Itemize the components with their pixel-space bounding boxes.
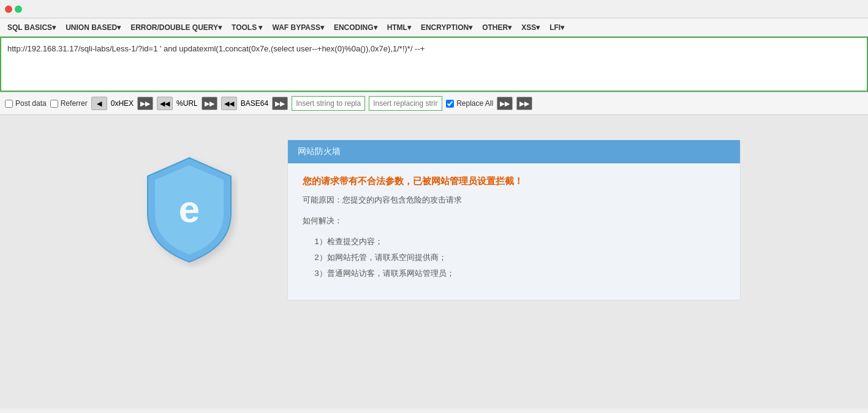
- menu-encoding[interactable]: ENCODING▾: [329, 21, 382, 34]
- firewall-step-2: 2）如网站托管，请联系空间提供商；: [315, 250, 725, 266]
- replace-right-arrow[interactable]: ▶▶: [497, 97, 513, 110]
- firewall-how: 如何解决：: [303, 215, 725, 226]
- hex-left-arrow[interactable]: ◀: [91, 97, 107, 110]
- firewall-steps-list: 1）检查提交内容； 2）如网站托管，请联系空间提供商； 3）普通网站访客，请联系…: [303, 234, 725, 281]
- reason-text: 您提交的内容包含危险的攻击请求: [342, 195, 462, 204]
- content-wrapper: e 网站防火墙 您的请求带有不合法参数，已被网站管理员设置拦截！ 可能原因：您提…: [67, 140, 802, 300]
- replace-right-arrow2[interactable]: ▶▶: [516, 97, 532, 110]
- dot-green[interactable]: [15, 6, 22, 13]
- shield-icon: e: [140, 152, 238, 268]
- main-content: e 网站防火墙 您的请求带有不合法参数，已被网站管理员设置拦截！ 可能原因：您提…: [0, 115, 868, 409]
- url-left-arrow[interactable]: ◀◀: [157, 97, 173, 110]
- base64-right-arrow[interactable]: ▶▶: [272, 97, 288, 110]
- menu-sql-basics[interactable]: SQL BASICS▾: [2, 21, 61, 34]
- toolbar-row: Post data Referrer ◀ 0xHEX ▶▶ ◀◀ %URL ▶▶…: [0, 92, 868, 115]
- insert-string-input[interactable]: [292, 96, 365, 111]
- post-data-item: Post data: [5, 99, 47, 108]
- base64-label: BASE64: [241, 99, 268, 108]
- menu-union-based[interactable]: UNION BASED▾: [61, 21, 126, 34]
- post-data-checkbox[interactable]: [5, 100, 13, 108]
- url-bar-container[interactable]: http://192.168.31.17/sqli-labs/Less-1/?i…: [0, 37, 868, 92]
- firewall-header-text: 网站防火墙: [298, 146, 341, 156]
- svg-text:e: e: [178, 188, 199, 230]
- referrer-item: Referrer: [50, 99, 88, 108]
- menu-tools[interactable]: TOOLS ▾: [227, 21, 267, 34]
- reason-prefix: 可能原因：: [303, 195, 342, 204]
- url-text: http://192.168.31.17/sqli-labs/Less-1/?i…: [7, 43, 861, 55]
- menu-encryption[interactable]: ENCRYPTION▾: [416, 21, 477, 34]
- menu-error-double-query[interactable]: ERROR/DOUBLE QUERY▾: [126, 21, 227, 34]
- menu-html[interactable]: HTML▾: [382, 21, 416, 34]
- menu-other[interactable]: OTHER▾: [477, 21, 516, 34]
- hex-right-arrow[interactable]: ▶▶: [137, 97, 153, 110]
- firewall-reason: 可能原因：您提交的内容包含危险的攻击请求: [303, 195, 725, 206]
- firewall-header: 网站防火墙: [288, 140, 740, 163]
- base64-left-arrow[interactable]: ◀◀: [221, 97, 237, 110]
- window-controls: [5, 6, 22, 13]
- hex-label: 0xHEX: [111, 99, 134, 108]
- replace-all-checkbox[interactable]: [446, 100, 454, 108]
- url-label: %URL: [176, 99, 198, 108]
- shield-container: e: [128, 140, 251, 268]
- firewall-step-1: 1）检查提交内容；: [315, 234, 725, 250]
- firewall-body: 您的请求带有不合法参数，已被网站管理员设置拦截！ 可能原因：您提交的内容包含危险…: [288, 163, 740, 300]
- title-bar: [0, 0, 868, 18]
- firewall-card: 网站防火墙 您的请求带有不合法参数，已被网站管理员设置拦截！ 可能原因：您提交的…: [287, 140, 741, 300]
- referrer-label: Referrer: [61, 99, 88, 108]
- menu-xss[interactable]: XSS▾: [516, 21, 545, 34]
- url-right-arrow[interactable]: ▶▶: [202, 97, 217, 110]
- referrer-checkbox[interactable]: [50, 100, 58, 108]
- insert-replacing-input[interactable]: [369, 96, 442, 111]
- menu-lfi[interactable]: LFI▾: [545, 21, 569, 34]
- replace-all-label: Replace All: [456, 99, 493, 108]
- firewall-step-3: 3）普通网站访客，请联系网站管理员；: [315, 266, 725, 281]
- replace-all-item: Replace All: [446, 99, 493, 108]
- menu-waf-bypass[interactable]: WAF BYPASS▾: [268, 21, 329, 34]
- dot-red[interactable]: [5, 6, 12, 13]
- menu-bar: SQL BASICS▾ UNION BASED▾ ERROR/DOUBLE QU…: [0, 18, 868, 37]
- post-data-label: Post data: [15, 99, 47, 108]
- firewall-title: 您的请求带有不合法参数，已被网站管理员设置拦截！: [303, 176, 725, 187]
